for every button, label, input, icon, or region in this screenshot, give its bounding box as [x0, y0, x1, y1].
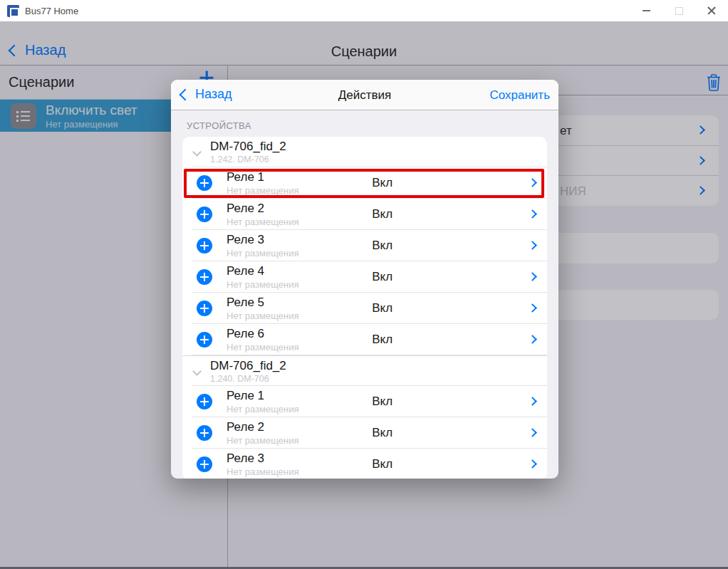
- chevron-down-icon: [192, 147, 202, 157]
- action-title: Реле 4: [227, 264, 298, 278]
- action-title: Реле 2: [227, 202, 298, 216]
- section-label: УСТРОЙСТВА: [187, 120, 558, 131]
- device-group-subtitle: 1.240. DM-706: [210, 374, 286, 384]
- action-row[interactable]: Реле 4 Нет размещения Вкл: [182, 261, 547, 293]
- action-row[interactable]: Реле 3 Нет размещения Вкл: [182, 449, 547, 479]
- plus-icon[interactable]: [197, 238, 212, 254]
- minimize-button[interactable]: [630, 0, 662, 21]
- device-group-title: DM-706_fid_2: [210, 140, 286, 154]
- chevron-right-icon: [528, 178, 537, 187]
- action-title: Реле 1: [227, 170, 298, 184]
- action-value: Вкл: [372, 457, 392, 471]
- action-value: Вкл: [372, 239, 392, 253]
- action-row[interactable]: Реле 1 Нет размещения Вкл: [182, 167, 547, 199]
- modal-header: Назад Действия Сохранить: [171, 80, 558, 110]
- action-subtitle: Нет размещения: [227, 279, 298, 290]
- chevron-right-icon: [528, 272, 537, 281]
- minimize-icon: [643, 10, 650, 11]
- modal-body: УСТРОЙСТВА DM-706_fid_2 1.242. DM-706 Ре…: [171, 110, 558, 479]
- action-subtitle: Нет размещения: [227, 216, 298, 227]
- action-row[interactable]: Реле 1 Нет размещения Вкл: [182, 386, 547, 417]
- plus-icon[interactable]: [197, 301, 212, 316]
- plus-icon[interactable]: [197, 269, 212, 285]
- action-value: Вкл: [372, 176, 392, 190]
- action-value: Вкл: [372, 333, 392, 347]
- action-title: Реле 3: [227, 451, 298, 466]
- close-icon: [707, 6, 716, 15]
- action-title: Реле 3: [227, 233, 298, 247]
- chevron-right-icon: [528, 241, 537, 250]
- chevron-right-icon: [528, 335, 537, 344]
- action-title: Реле 6: [227, 327, 298, 341]
- plus-icon[interactable]: [197, 394, 212, 409]
- chevron-right-icon: [528, 209, 537, 219]
- action-subtitle: Нет размещения: [227, 466, 298, 477]
- action-subtitle: Нет размещения: [227, 435, 298, 446]
- app-window: Bus77 Home Назад Сценарии Сценарии: [0, 0, 728, 569]
- chevron-right-icon: [528, 459, 537, 469]
- device-group-subtitle: 1.242. DM-706: [210, 155, 286, 165]
- action-subtitle: Нет размещения: [227, 342, 298, 353]
- action-title: Реле 1: [227, 389, 298, 403]
- action-subtitle: Нет размещения: [227, 185, 298, 196]
- action-subtitle: Нет размещения: [227, 310, 298, 321]
- action-subtitle: Нет размещения: [227, 248, 298, 259]
- maximize-button[interactable]: [662, 0, 695, 21]
- action-row[interactable]: Реле 2 Нет размещения Вкл: [182, 417, 547, 449]
- window-title: Bus77 Home: [25, 6, 78, 16]
- action-row[interactable]: Реле 2 Нет размещения Вкл: [182, 199, 547, 230]
- action-value: Вкл: [372, 270, 392, 284]
- plus-icon[interactable]: [197, 207, 212, 222]
- device-group-header[interactable]: DM-706_fid_2 1.240. DM-706: [182, 355, 547, 386]
- maximize-icon: [675, 7, 683, 15]
- actions-modal: Назад Действия Сохранить УСТРОЙСТВА DM-7…: [171, 80, 558, 479]
- bus77-logo-icon: [7, 5, 19, 17]
- plus-icon[interactable]: [197, 425, 212, 441]
- device-group-title: DM-706_fid_2: [210, 359, 286, 373]
- save-button[interactable]: Сохранить: [490, 88, 550, 103]
- action-row[interactable]: Реле 3 Нет размещения Вкл: [182, 230, 547, 261]
- action-value: Вкл: [372, 207, 392, 221]
- action-value: Вкл: [372, 301, 392, 315]
- action-subtitle: Нет размещения: [227, 404, 298, 414]
- close-button[interactable]: [695, 0, 728, 21]
- action-value: Вкл: [372, 426, 392, 440]
- action-value: Вкл: [372, 395, 392, 409]
- titlebar: Bus77 Home: [0, 0, 728, 21]
- plus-icon[interactable]: [197, 175, 212, 191]
- action-row[interactable]: Реле 6 Нет размещения Вкл: [182, 324, 547, 355]
- action-row[interactable]: Реле 5 Нет размещения Вкл: [182, 293, 547, 324]
- chevron-right-icon: [528, 303, 537, 313]
- action-title: Реле 5: [227, 296, 298, 310]
- plus-icon[interactable]: [197, 332, 212, 348]
- device-card: DM-706_fid_2 1.242. DM-706 Реле 1 Нет ра…: [182, 137, 547, 479]
- chevron-right-icon: [528, 428, 537, 437]
- device-group-header[interactable]: DM-706_fid_2 1.242. DM-706: [182, 137, 547, 167]
- chevron-right-icon: [528, 397, 537, 406]
- caption-buttons: [630, 0, 728, 21]
- plus-icon[interactable]: [197, 456, 212, 472]
- chevron-down-icon: [192, 367, 202, 376]
- action-title: Реле 2: [227, 420, 298, 434]
